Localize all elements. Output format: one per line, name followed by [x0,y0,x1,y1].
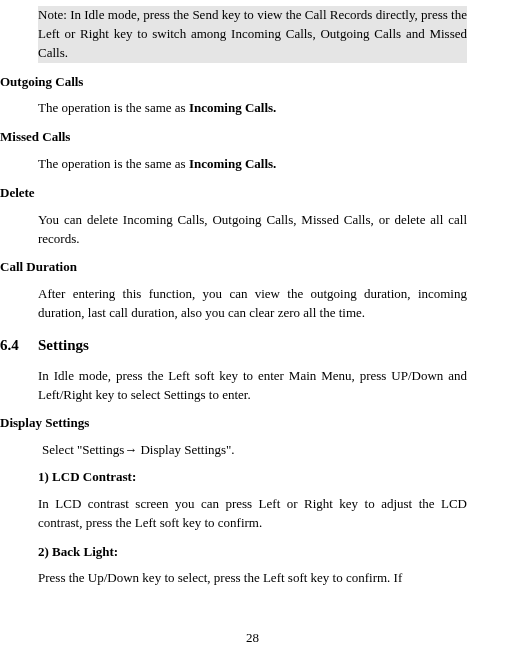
section-heading-settings: 6.4Settings [0,335,467,357]
para-missed-prefix: The operation is the same as [38,156,189,171]
heading-delete: Delete [0,184,467,203]
label-back-light: 2) Back Light: [38,543,467,562]
para-missed-bold: Incoming Calls. [189,156,276,171]
para-lcd-contrast: In LCD contrast screen you can press Lef… [38,495,467,533]
section-title: Settings [38,337,89,353]
heading-missed-calls: Missed Calls [0,128,467,147]
para-settings-intro: In Idle mode, press the Left soft key to… [38,367,467,405]
section-num: 6.4 [0,335,38,357]
note-block: Note: In Idle mode, press the Send key t… [38,6,467,63]
heading-call-duration: Call Duration [0,258,467,277]
para-outgoing: The operation is the same as Incoming Ca… [38,99,467,118]
para-outgoing-prefix: The operation is the same as [38,100,189,115]
para-select-display: Select "Settings→ Display Settings". [42,441,467,460]
para-duration: After entering this function, you can vi… [38,285,467,323]
para-back-light: Press the Up/Down key to select, press t… [38,569,467,588]
para-delete: You can delete Incoming Calls, Outgoing … [38,211,467,249]
label-lcd-contrast: 1) LCD Contrast: [38,468,467,487]
page-number: 28 [0,630,505,646]
para-outgoing-bold: Incoming Calls. [189,100,276,115]
para-missed: The operation is the same as Incoming Ca… [38,155,467,174]
heading-outgoing-calls: Outgoing Calls [0,73,467,92]
heading-display-settings: Display Settings [0,414,467,433]
